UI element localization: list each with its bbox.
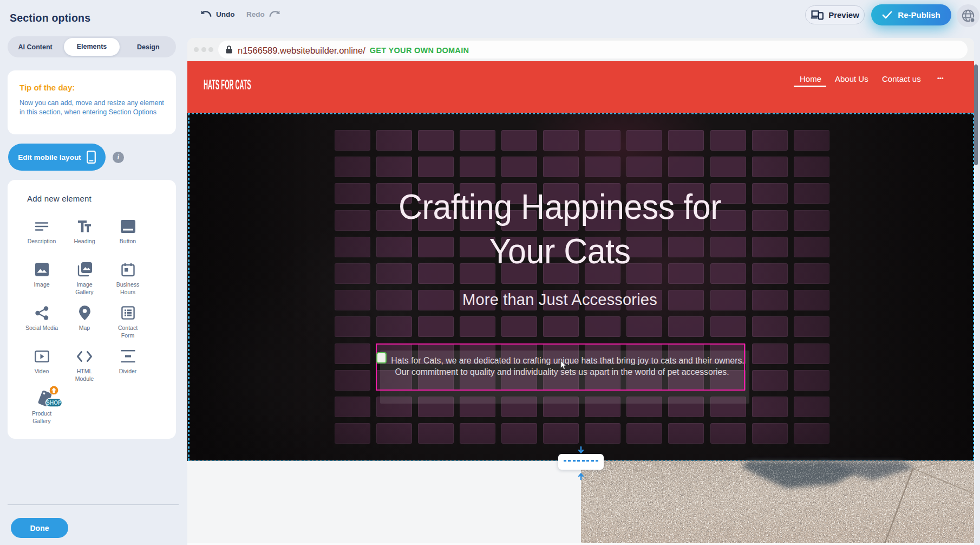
svg-text:SHOP: SHOP — [46, 400, 62, 406]
